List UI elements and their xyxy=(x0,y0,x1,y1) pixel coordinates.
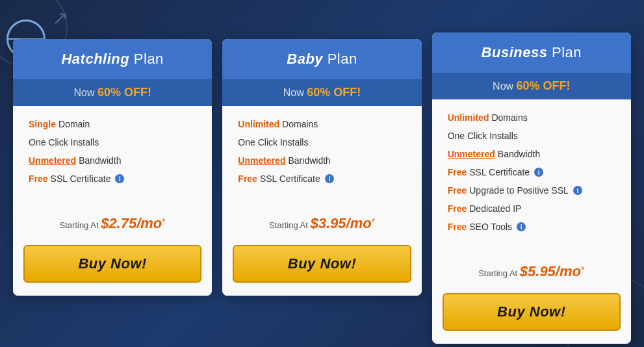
plan-title: Business Plan xyxy=(440,44,623,61)
feature-item: Free SSL Certificate i xyxy=(448,167,615,177)
feature-text: Dedicated IP xyxy=(469,203,521,214)
feature-text: Upgrade to Positive SSL xyxy=(469,185,569,196)
feature-item: Unlimited Domains xyxy=(448,112,615,123)
price-prefix: Starting At xyxy=(60,220,101,230)
feature-highlight: Unlimited xyxy=(448,112,489,123)
plan-header: Baby Plan xyxy=(222,39,421,79)
discount-prefix: Now xyxy=(493,81,516,92)
price-value: $3.95/mo xyxy=(310,215,371,231)
feature-text: Bandwidth xyxy=(79,155,121,166)
feature-text: Domain xyxy=(58,119,90,129)
plan-title: Hatchling Plan xyxy=(21,51,204,68)
plan-header: Hatchling Plan xyxy=(13,39,212,79)
feature-highlight: Unmetered xyxy=(448,149,495,159)
plan-cta: Buy Now! xyxy=(222,237,421,296)
info-icon[interactable]: i xyxy=(534,168,543,177)
price-asterisk: * xyxy=(372,216,375,227)
discount-prefix: Now xyxy=(73,87,97,98)
feature-highlight: Unmetered xyxy=(29,155,76,166)
plan-name-bold: Hatchling xyxy=(61,51,129,67)
feature-item: One Click Installs xyxy=(448,131,615,141)
discount-value: 60% OFF! xyxy=(517,79,571,92)
plan-cta: Buy Now! xyxy=(432,285,631,344)
feature-highlight: Unlimited xyxy=(238,119,279,129)
feature-text: SSL Certificate xyxy=(51,174,111,184)
feature-item: Free SSL Certificate i xyxy=(29,174,196,184)
discount-value: 60% OFF! xyxy=(307,86,361,99)
feature-item: Unmetered Bandwidth xyxy=(29,155,196,166)
price-value: $5.95/mo xyxy=(520,263,581,279)
feature-item: Free SEO Tools i xyxy=(448,222,615,232)
info-icon[interactable]: i xyxy=(517,222,526,231)
plan-card-hatchling: Hatchling Plan Now 60% OFF! Single Domai… xyxy=(13,39,212,296)
plan-title: Baby Plan xyxy=(230,51,413,68)
plans-container: Hatchling Plan Now 60% OFF! Single Domai… xyxy=(13,13,631,344)
feature-item: Free Upgrade to Positive SSL i xyxy=(448,185,615,196)
plan-price: Starting At $2.75/mo* xyxy=(13,205,212,237)
price-value: $2.75/mo xyxy=(101,215,162,231)
plan-price: Starting At $5.95/mo* xyxy=(432,253,631,285)
feature-text: SEO Tools xyxy=(469,222,512,232)
info-icon[interactable]: i xyxy=(115,174,124,183)
feature-highlight: Single xyxy=(29,119,56,129)
discount-prefix: Now xyxy=(283,87,307,98)
feature-text: One Click Installs xyxy=(29,137,99,148)
buy-now-button[interactable]: Buy Now! xyxy=(233,245,411,283)
info-icon[interactable]: i xyxy=(573,186,582,195)
feature-highlight: Unmetered xyxy=(238,155,285,166)
plan-header: Business Plan xyxy=(432,32,631,73)
buy-now-button[interactable]: Buy Now! xyxy=(443,293,621,331)
feature-text: Bandwidth xyxy=(288,155,330,166)
feature-item: One Click Installs xyxy=(238,137,406,148)
feature-item: Single Domain xyxy=(29,119,196,129)
feature-text: SSL Certificate xyxy=(469,167,530,177)
plan-card-business: 🔥 We Recommend Business Plan Now 60% OFF… xyxy=(432,32,631,344)
feature-text: One Click Installs xyxy=(238,137,308,148)
price-prefix: Starting At xyxy=(269,220,311,230)
price-asterisk: * xyxy=(162,216,165,227)
feature-text: Bandwidth xyxy=(498,149,540,159)
feature-highlight: Free xyxy=(448,222,467,232)
plan-card-baby: Baby Plan Now 60% OFF! Unlimited Domains… xyxy=(222,39,421,296)
plan-discount: Now 60% OFF! xyxy=(13,79,212,106)
feature-highlight: Free xyxy=(238,174,257,184)
plan-price: Starting At $3.95/mo* xyxy=(222,205,421,237)
plan-features: Unlimited Domains One Click Installs Unm… xyxy=(432,99,631,253)
feature-text: Domains xyxy=(282,119,318,129)
plan-cta: Buy Now! xyxy=(13,237,212,296)
feature-highlight: Free xyxy=(29,174,48,184)
plan-discount: Now 60% OFF! xyxy=(222,79,421,106)
feature-text: SSL Certificate xyxy=(260,174,320,184)
feature-text: Domains xyxy=(491,112,527,123)
feature-highlight: Free xyxy=(448,185,467,196)
feature-item: Free SSL Certificate i xyxy=(238,174,406,184)
feature-item: One Click Installs xyxy=(29,137,196,148)
plan-name-bold: Baby xyxy=(287,51,323,67)
plan-name-bold: Business xyxy=(482,44,548,60)
price-asterisk: * xyxy=(581,264,584,275)
info-icon[interactable]: i xyxy=(325,174,334,183)
feature-highlight: Free xyxy=(448,167,467,177)
feature-text: One Click Installs xyxy=(448,131,518,141)
feature-item: Unmetered Bandwidth xyxy=(448,149,615,159)
plan-features: Single Domain One Click Installs Unmeter… xyxy=(13,106,212,205)
feature-item: Unlimited Domains xyxy=(238,119,406,129)
feature-highlight: Free xyxy=(448,203,467,214)
feature-item: Unmetered Bandwidth xyxy=(238,155,406,166)
price-prefix: Starting At xyxy=(478,268,520,278)
feature-item: Free Dedicated IP xyxy=(448,203,615,214)
plan-discount: Now 60% OFF! xyxy=(432,73,631,99)
buy-now-button[interactable]: Buy Now! xyxy=(23,245,201,283)
discount-value: 60% OFF! xyxy=(97,86,151,99)
plan-features: Unlimited Domains One Click Installs Unm… xyxy=(222,106,421,205)
